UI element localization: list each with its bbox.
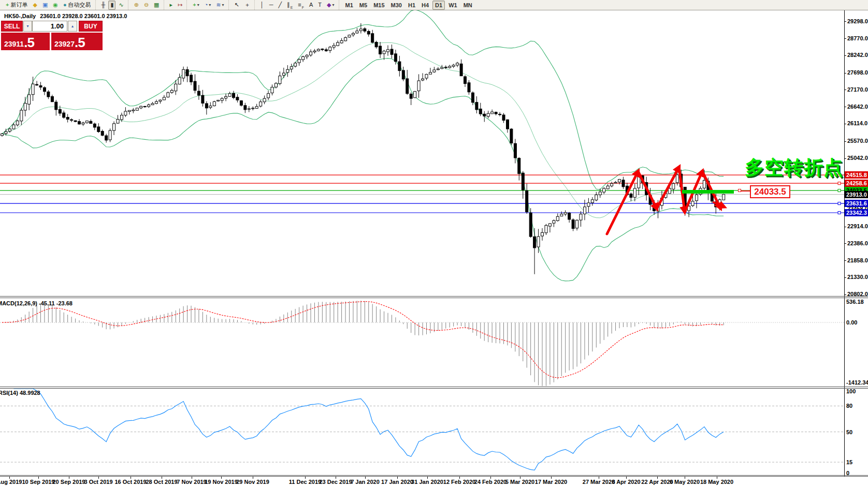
volume-decrease-button[interactable]: ▾ (23, 21, 32, 32)
timeframe-button-m1[interactable]: M1 (343, 1, 356, 10)
bull-candle (703, 181, 705, 188)
zoom-in-button[interactable]: ⊕ (132, 1, 141, 10)
bull-candle (429, 72, 432, 74)
bear-candle (394, 54, 397, 62)
dropdown-arrow-icon: ▾ (209, 3, 211, 7)
bear-candle (402, 70, 404, 79)
trendline-button[interactable]: ╱ (277, 1, 284, 10)
bull-candle (175, 84, 177, 91)
bear-candle (390, 49, 393, 54)
bear-candle (78, 122, 81, 124)
history-center-button[interactable]: ◆ (31, 1, 39, 10)
new-order-icon: + (6, 2, 9, 8)
new-order-button[interactable]: +新订单 (4, 1, 30, 10)
bull-candle (595, 195, 598, 200)
bear-candle (44, 87, 46, 92)
bull-candle (302, 56, 305, 60)
rsi-indicator-canvas[interactable] (0, 389, 844, 475)
tile-windows-button[interactable]: ▦ (152, 1, 161, 10)
date-label: 27 Mar 2020 (583, 479, 615, 485)
timeframe-button-m30[interactable]: M30 (388, 1, 404, 10)
timeframe-button-m5[interactable]: M5 (357, 1, 370, 10)
date-label: 16 Oct 2019 (114, 479, 146, 485)
price-level-label[interactable]: 24033.5 (750, 185, 790, 198)
vertical-line-button[interactable]: │ (258, 1, 266, 10)
panel-separator[interactable] (0, 296, 868, 297)
price-tick-label: 22914.0 (845, 223, 868, 230)
chart-shift-button[interactable]: ↦ (176, 1, 184, 10)
crosshair-button[interactable]: ＋ (242, 1, 252, 10)
panel-separator[interactable] (0, 387, 868, 387)
arrows-button[interactable]: ◆▾ (325, 1, 336, 10)
zoom-in-icon: ⊕ (134, 2, 139, 8)
bull-candle (151, 104, 154, 105)
bear-candle (233, 93, 235, 97)
timeframe-button-h4[interactable]: H4 (419, 1, 431, 10)
bear-candle (529, 213, 532, 237)
market-watch-icon: ▣ (42, 2, 48, 8)
bear-candle (502, 115, 505, 121)
zoom-out-button[interactable]: ⊖ (142, 1, 151, 10)
sell-price-panel[interactable]: 23911.5 (1, 33, 50, 50)
price-tick-label: 22386.0 (845, 240, 868, 247)
main-chart-canvas[interactable] (0, 10, 844, 296)
macd-values: -45.11 -23.68 (39, 300, 73, 306)
templates-button[interactable]: ≋▾ (214, 1, 226, 10)
price-tick-label: 20802.0 (845, 291, 868, 298)
periods-button[interactable]: ◔▾ (202, 1, 213, 10)
volume-increase-button[interactable]: ▴ (68, 21, 77, 32)
text-label-button[interactable]: T (316, 1, 324, 10)
horizontal-line-button[interactable]: ─ (267, 1, 276, 10)
bull-candle (332, 46, 335, 48)
price-axis-border (844, 10, 845, 487)
buy-price-fraction: .5 (75, 36, 85, 49)
line-chart-button[interactable]: ∿ (117, 1, 125, 10)
text-button[interactable]: A (307, 1, 315, 10)
bull-candle (32, 84, 34, 95)
timeframe-button-w1[interactable]: W1 (446, 1, 460, 10)
arrows-icon: ◆ (327, 2, 331, 8)
timeframe-button-h1[interactable]: H1 (406, 1, 418, 10)
date-label: 7 Nov 2019 (177, 479, 206, 485)
bull-candle (148, 105, 150, 107)
zigzag-arrow-segment (702, 171, 720, 208)
bull-candle (28, 95, 31, 104)
bear-candle (444, 67, 447, 68)
candlestick-chart-button[interactable]: ▮ (108, 1, 115, 10)
buy-price-panel[interactable]: 23927.5 (51, 33, 103, 50)
fibonacci-button[interactable]: ≡F (296, 1, 306, 10)
bull-candle (267, 94, 270, 98)
sell-button[interactable]: SELL (1, 21, 23, 32)
volume-input[interactable]: 1.00 (32, 21, 67, 32)
market-watch-button[interactable]: ▣ (40, 1, 50, 10)
bear-candle (468, 83, 470, 92)
text-icon: A (309, 2, 313, 8)
bull-candle (16, 121, 19, 125)
bull-candle (252, 108, 254, 109)
bull-candle (452, 65, 455, 67)
macd-indicator-canvas[interactable] (0, 298, 844, 387)
bear-candle (460, 64, 462, 76)
bar-chart-button[interactable]: ╫ (99, 1, 108, 10)
timeframe-button-d1[interactable]: D1 (432, 1, 445, 10)
bull-candle (668, 188, 671, 194)
bull-candle (618, 180, 621, 182)
sell-price-main: 23911 (4, 39, 24, 49)
signals-button[interactable]: ◉ (51, 1, 60, 10)
equidistant-channel-button[interactable]: ∥E (285, 1, 295, 10)
buy-button[interactable]: BUY (79, 21, 103, 32)
timeframe-button-m15[interactable]: M15 (371, 1, 387, 10)
auto-scroll-button[interactable]: ▸ (168, 1, 175, 10)
bear-candle (522, 173, 524, 190)
horizontal-line-icon: ─ (269, 2, 273, 8)
periods-icon: ◔ (205, 2, 208, 8)
autotrading-icon: ● (63, 2, 67, 8)
autotrading-button[interactable]: ●自动交易 (61, 1, 93, 10)
bear-candle (475, 102, 478, 110)
bull-candle (348, 35, 351, 37)
bull-candle (449, 66, 451, 68)
cursor-button[interactable]: ↖ (233, 1, 241, 10)
history-center-icon: ◆ (33, 2, 37, 8)
timeframe-button-mn[interactable]: MN (461, 1, 475, 10)
indicators-button[interactable]: +▾ (191, 1, 201, 10)
